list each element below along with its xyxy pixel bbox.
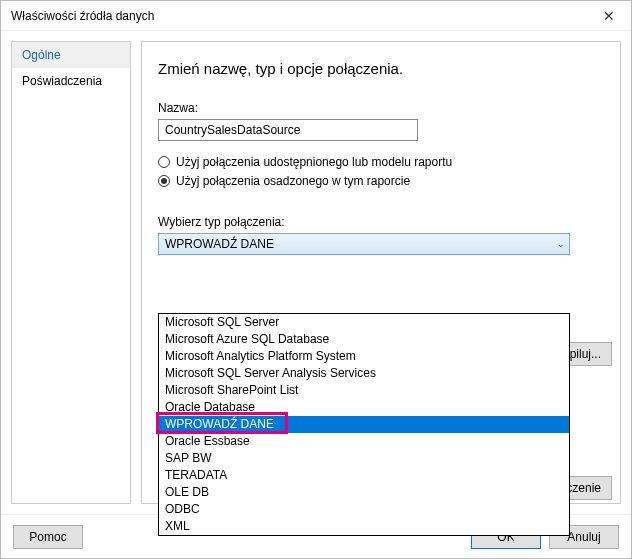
connection-type-label: Wybierz typ połączenia: <box>158 215 604 229</box>
dropdown-item[interactable]: Microsoft Analytics Platform System <box>159 348 569 365</box>
dropdown-item[interactable]: Microsoft SQL Server Analysis Services <box>159 365 569 382</box>
dropdown-item[interactable]: XML <box>159 518 569 535</box>
name-input[interactable] <box>158 119 418 141</box>
dialog-body: Ogólne Poświadczenia Zmień nazwę, typ i … <box>1 31 631 514</box>
close-icon: ✕ <box>603 8 615 24</box>
dropdown-item[interactable]: SAP BW <box>159 450 569 467</box>
dropdown-item[interactable]: Microsoft Azure SQL Database <box>159 331 569 348</box>
help-button[interactable]: Pomoc <box>13 525 83 549</box>
chevron-down-icon: ⌄ <box>557 239 565 249</box>
main-panel: Zmień nazwę, typ i opcje połączenia. Naz… <box>141 41 621 504</box>
dropdown-item[interactable]: ODBC <box>159 501 569 518</box>
window-title: Właściwości źródła danych <box>11 9 154 23</box>
dropdown-item[interactable]: TERADATA <box>159 467 569 484</box>
sidebar-item-general[interactable]: Ogólne <box>12 42 130 68</box>
radio-embedded-connection[interactable]: Użyj połączenia osadzonego w tym raporci… <box>158 174 604 188</box>
button-label: Anuluj <box>567 530 600 544</box>
radio-shared-connection[interactable]: Użyj połączenia udostępnionego lub model… <box>158 155 604 169</box>
sidebar-item-label: Ogólne <box>22 48 61 62</box>
connection-type-combo[interactable]: WPROWADŹ DANE ⌄ <box>158 233 570 255</box>
dropdown-item[interactable]: OLE DB <box>159 484 569 501</box>
radio-icon <box>158 175 170 187</box>
combo-value: WPROWADŹ DANE <box>165 237 274 251</box>
dropdown-item[interactable]: Oracle Essbase <box>159 433 569 450</box>
close-button[interactable]: ✕ <box>586 1 631 31</box>
name-label: Nazwa: <box>158 101 604 115</box>
connection-mode-group: Użyj połączenia udostępnionego lub model… <box>158 155 604 188</box>
dropdown-item[interactable]: Microsoft SharePoint List <box>159 382 569 399</box>
radio-label: Użyj połączenia udostępnionego lub model… <box>176 155 452 169</box>
titlebar: Właściwości źródła danych ✕ <box>1 1 631 31</box>
sidebar-item-label: Poświadczenia <box>22 74 102 88</box>
radio-label: Użyj połączenia osadzonego w tym raporci… <box>176 174 410 188</box>
main-heading: Zmień nazwę, typ i opcje połączenia. <box>158 60 604 77</box>
dropdown-item[interactable]: WPROWADŹ DANE <box>159 416 569 433</box>
connection-type-dropdown[interactable]: Microsoft SQL ServerMicrosoft Azure SQL … <box>158 313 570 536</box>
dialog-window: Właściwości źródła danych ✕ Ogólne Poświ… <box>0 0 632 559</box>
dropdown-item[interactable]: Microsoft SQL Server <box>159 314 569 331</box>
radio-icon <box>158 156 170 168</box>
dropdown-item[interactable]: Oracle Database <box>159 399 569 416</box>
sidebar: Ogólne Poświadczenia <box>11 41 131 504</box>
sidebar-item-credentials[interactable]: Poświadczenia <box>12 68 130 94</box>
button-label: Pomoc <box>29 530 66 544</box>
